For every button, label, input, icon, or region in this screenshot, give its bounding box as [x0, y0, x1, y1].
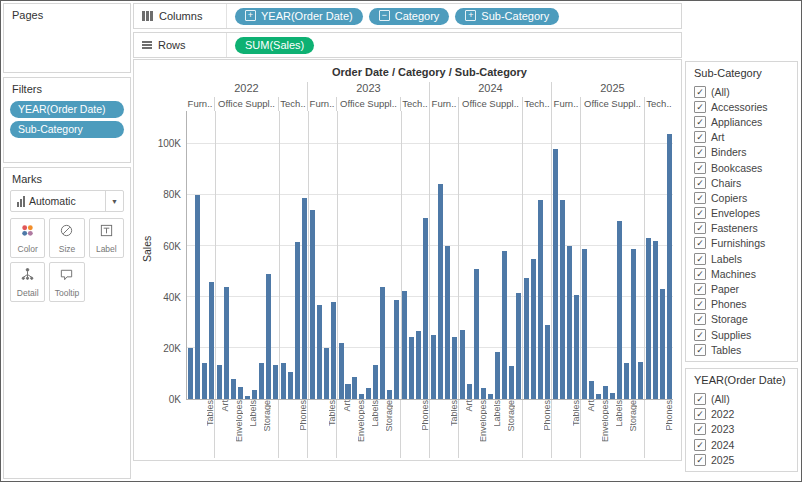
bar-2023-Accessories[interactable]	[402, 291, 407, 399]
checkbox-checked-icon[interactable]: ✓	[694, 253, 706, 265]
filter-item-paper[interactable]: ✓Paper	[694, 281, 789, 296]
bar-2024-Binders[interactable]	[474, 269, 479, 399]
filter-item-2024[interactable]: ✓2024	[694, 437, 789, 452]
color-button[interactable]: Color	[10, 218, 45, 258]
filter-item-labels[interactable]: ✓Labels	[694, 251, 789, 266]
checkbox-checked-icon[interactable]: ✓	[694, 237, 706, 249]
filter-item-2022[interactable]: ✓2022	[694, 407, 789, 422]
bar-2023-Copiers[interactable]	[409, 337, 414, 399]
bar-2023-Storage[interactable]	[387, 390, 392, 399]
bar-2023-Phones[interactable]	[423, 218, 428, 399]
bar-2023-Bookcases[interactable]	[310, 210, 315, 399]
checkbox-checked-icon[interactable]: ✓	[694, 192, 706, 204]
checkbox-checked-icon[interactable]: ✓	[694, 116, 706, 128]
bar-2024-Paper[interactable]	[502, 251, 507, 399]
tooltip-button[interactable]: Tooltip	[49, 262, 84, 302]
bar-2025-Machines[interactable]	[660, 289, 665, 399]
filter-item-envelopes[interactable]: ✓Envelopes	[694, 206, 789, 221]
bar-2025-Accessories[interactable]	[646, 238, 651, 399]
bar-2023-Supplies[interactable]	[394, 300, 399, 399]
bar-2023-Machines[interactable]	[416, 331, 421, 399]
bar-2022-Fasteners[interactable]	[245, 396, 250, 399]
bar-2025-Bookcases[interactable]	[553, 149, 558, 399]
bar-2024-Machines[interactable]	[538, 200, 543, 399]
checkbox-checked-icon[interactable]: ✓	[694, 177, 706, 189]
bar-2022-Accessories[interactable]	[281, 363, 286, 399]
expand-icon[interactable]: +	[245, 10, 256, 21]
bar-2025-Furnishings[interactable]	[567, 246, 572, 399]
filter-item-bookcases[interactable]: ✓Bookcases	[694, 160, 789, 175]
pages-shelf[interactable]: Pages	[3, 3, 131, 73]
bar-2025-Envelopes[interactable]	[603, 386, 608, 399]
bar-2023-Tables[interactable]	[331, 302, 336, 399]
checkbox-checked-icon[interactable]: ✓	[694, 101, 706, 113]
bar-2024-Phones[interactable]	[545, 325, 550, 399]
bar-2025-Binders[interactable]	[596, 394, 601, 399]
filter-item--all-[interactable]: ✓(All)	[694, 84, 789, 99]
bar-2024-Art[interactable]	[467, 384, 472, 399]
filter-item-supplies[interactable]: ✓Supplies	[694, 327, 789, 342]
checkbox-checked-icon[interactable]: ✓	[694, 423, 706, 435]
shelf-pill[interactable]: +YEAR(Order Date)	[235, 8, 363, 25]
bar-2024-Furnishings[interactable]	[445, 246, 450, 399]
bar-2024-Envelopes[interactable]	[481, 388, 486, 399]
checkbox-checked-icon[interactable]: ✓	[694, 268, 706, 280]
filter-item-chairs[interactable]: ✓Chairs	[694, 175, 789, 190]
filter-item-art[interactable]: ✓Art	[694, 130, 789, 145]
checkbox-checked-icon[interactable]: ✓	[694, 408, 706, 420]
filter-item-tables[interactable]: ✓Tables	[694, 342, 789, 357]
checkbox-checked-icon[interactable]: ✓	[694, 298, 706, 310]
detail-button[interactable]: Detail	[10, 262, 45, 302]
filter-item-accessories[interactable]: ✓Accessories	[694, 99, 789, 114]
bar-2024-Labels[interactable]	[495, 352, 500, 399]
bar-2025-Labels[interactable]	[617, 221, 622, 399]
bar-2022-Phones[interactable]	[302, 198, 307, 399]
checkbox-checked-icon[interactable]: ✓	[694, 454, 706, 466]
bar-2023-Envelopes[interactable]	[359, 394, 364, 399]
bar-2024-Storage[interactable]	[509, 366, 514, 399]
checkbox-checked-icon[interactable]: ✓	[694, 283, 706, 295]
bar-2024-Appliances[interactable]	[460, 330, 465, 399]
bar-2022-Envelopes[interactable]	[238, 387, 243, 399]
chevron-down-icon[interactable]: ▼	[105, 191, 123, 211]
filter-pill[interactable]: Sub-Category	[10, 121, 124, 138]
bar-2025-Paper[interactable]	[624, 363, 629, 399]
bar-2022-Copiers[interactable]	[288, 372, 293, 399]
bar-2022-Storage[interactable]	[266, 274, 271, 399]
shelf-pill[interactable]: −Category	[369, 8, 450, 25]
bar-2022-Bookcases[interactable]	[188, 348, 193, 399]
collapse-icon[interactable]: −	[379, 10, 390, 21]
label-button[interactable]: Label	[89, 218, 124, 258]
filter-item-appliances[interactable]: ✓Appliances	[694, 114, 789, 129]
bar-2023-Furnishings[interactable]	[324, 348, 329, 399]
filter-item-furnishings[interactable]: ✓Furnishings	[694, 236, 789, 251]
checkbox-checked-icon[interactable]: ✓	[694, 329, 706, 341]
bar-2022-Paper[interactable]	[259, 363, 264, 399]
filter-item-storage[interactable]: ✓Storage	[694, 312, 789, 327]
bar-2022-Labels[interactable]	[252, 390, 257, 399]
bar-2023-Chairs[interactable]	[317, 305, 322, 399]
filter-item-machines[interactable]: ✓Machines	[694, 266, 789, 281]
filter-item-binders[interactable]: ✓Binders	[694, 145, 789, 160]
filter-item--all-[interactable]: ✓(All)	[694, 391, 789, 406]
bar-2024-Supplies[interactable]	[516, 293, 521, 399]
bar-2022-Binders[interactable]	[231, 379, 236, 399]
filter-item-2023[interactable]: ✓2023	[694, 422, 789, 437]
bar-2024-Fasteners[interactable]	[488, 394, 493, 399]
bar-2023-Fasteners[interactable]	[366, 388, 371, 399]
bar-2025-Tables[interactable]	[574, 295, 579, 399]
checkbox-checked-icon[interactable]: ✓	[694, 162, 706, 174]
checkbox-checked-icon[interactable]: ✓	[694, 146, 706, 158]
mark-type-dropdown[interactable]: Automatic ▼	[10, 190, 124, 212]
checkbox-checked-icon[interactable]: ✓	[694, 86, 706, 98]
filter-item-phones[interactable]: ✓Phones	[694, 297, 789, 312]
checkbox-checked-icon[interactable]: ✓	[694, 439, 706, 451]
filter-pill[interactable]: YEAR(Order Date)	[10, 101, 124, 118]
bar-2025-Copiers[interactable]	[653, 241, 658, 399]
bar-2025-Fasteners[interactable]	[610, 393, 615, 399]
bar-2024-Tables[interactable]	[452, 337, 457, 399]
bar-2023-Labels[interactable]	[373, 365, 378, 399]
bar-2025-Appliances[interactable]	[582, 249, 587, 399]
bar-2023-Paper[interactable]	[380, 287, 385, 399]
bar-2024-Accessories[interactable]	[524, 278, 529, 399]
